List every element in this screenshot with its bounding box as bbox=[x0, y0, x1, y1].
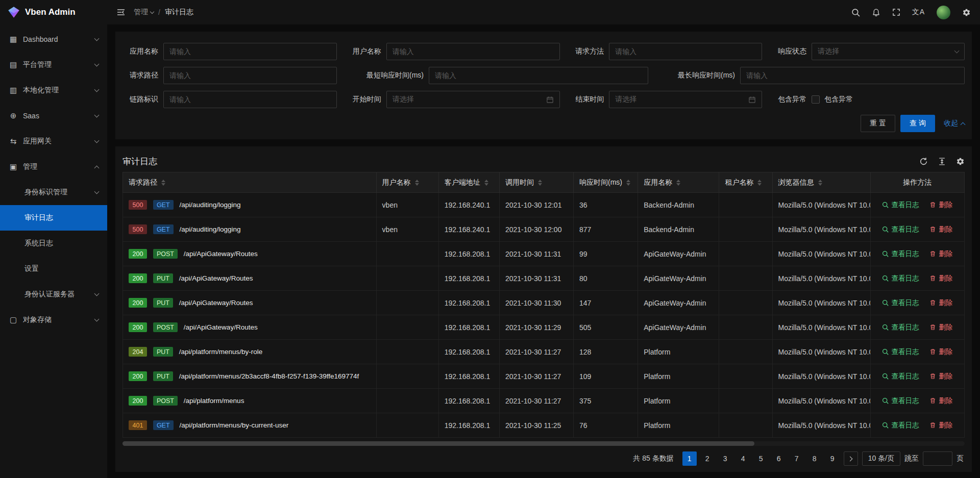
field-label: 请求方法 bbox=[568, 47, 604, 56]
sidebar-item[interactable]: ⊕ Saas bbox=[0, 103, 107, 129]
page-button[interactable]: 5 bbox=[754, 451, 768, 466]
breadcrumb-parent[interactable]: 管理 bbox=[134, 8, 154, 17]
request-path-cell: 200 POST /api/ApiGateway/Routes bbox=[123, 242, 377, 266]
sidebar-item[interactable]: ▢ 对象存储 bbox=[0, 307, 107, 333]
view-log-label: 查看日志 bbox=[891, 298, 919, 308]
view-log-link[interactable]: 查看日志 bbox=[882, 225, 919, 234]
page-button[interactable]: 1 bbox=[682, 451, 697, 466]
max-response-time-input[interactable] bbox=[740, 67, 965, 84]
search-button[interactable]: 查 询 bbox=[900, 115, 935, 132]
view-log-link[interactable]: 查看日志 bbox=[882, 274, 919, 283]
table-row: 500 GET /api/auditing/logging vben 192.1… bbox=[123, 217, 965, 242]
delete-link[interactable]: 删除 bbox=[929, 421, 952, 430]
view-log-link[interactable]: 查看日志 bbox=[882, 347, 919, 357]
column-header-client-address[interactable]: 客户端地址 bbox=[438, 172, 499, 193]
sidebar-fold-icon[interactable] bbox=[116, 8, 126, 17]
sidebar-item[interactable]: 系统日志 bbox=[0, 231, 107, 256]
user-name-cell bbox=[376, 389, 438, 413]
table-settings-icon[interactable] bbox=[956, 157, 965, 166]
audit-log-table: 请求路径 用户名称 客户端地址 调用时间 响应时间(ms) 应用名称 租户名称 … bbox=[122, 172, 965, 438]
page-button[interactable]: 6 bbox=[772, 451, 786, 466]
column-header-response-time[interactable]: 响应时间(ms) bbox=[574, 172, 638, 193]
user-name-cell: vben bbox=[376, 217, 438, 242]
settings-gear-icon[interactable] bbox=[962, 8, 971, 17]
sidebar-item[interactable]: 审计日志 bbox=[0, 205, 107, 231]
delete-link[interactable]: 删除 bbox=[929, 323, 952, 332]
avatar[interactable] bbox=[937, 6, 950, 19]
filter-row-3: 链路标识 开始时间 请选择 结束时间 bbox=[122, 91, 965, 108]
http-status-select[interactable]: 请选择 bbox=[812, 43, 965, 60]
delete-link[interactable]: 删除 bbox=[929, 274, 952, 283]
view-log-link[interactable]: 查看日志 bbox=[882, 421, 919, 430]
app-name-cell: ApiGateWay-Admin bbox=[638, 315, 719, 340]
sidebar-item[interactable]: ⇆ 应用网关 bbox=[0, 129, 107, 154]
page-button[interactable]: 7 bbox=[790, 451, 804, 466]
sidebar-item[interactable]: ▤ 平台管理 bbox=[0, 52, 107, 78]
column-height-icon[interactable] bbox=[938, 157, 946, 166]
table-row: 200 POST /api/platform/menus 192.168.208… bbox=[123, 389, 965, 413]
field-label: 应用名称 bbox=[122, 47, 158, 56]
logo[interactable]: Vben Admin bbox=[0, 0, 107, 24]
sidebar-item[interactable]: ▥ 本地化管理 bbox=[0, 78, 107, 103]
bell-icon[interactable] bbox=[872, 8, 880, 17]
column-header-app-name[interactable]: 应用名称 bbox=[638, 172, 719, 193]
page-button[interactable]: 3 bbox=[718, 451, 732, 466]
page-button[interactable]: 2 bbox=[700, 451, 715, 466]
page-button[interactable]: 8 bbox=[807, 451, 822, 466]
reset-button[interactable]: 重 置 bbox=[861, 115, 895, 132]
delete-link[interactable]: 删除 bbox=[929, 347, 952, 357]
sidebar-item[interactable]: ▦ Dashboard bbox=[0, 27, 107, 52]
column-header-user-name[interactable]: 用户名称 bbox=[376, 172, 438, 193]
browser-info-cell: Mozilla/5.0 (Windows NT 10.0; Win bbox=[772, 315, 870, 340]
sidebar-item[interactable]: 设置 bbox=[0, 256, 107, 282]
view-log-link[interactable]: 查看日志 bbox=[882, 200, 919, 210]
view-log-link[interactable]: 查看日志 bbox=[882, 372, 919, 381]
jump-page-input[interactable] bbox=[923, 451, 952, 466]
view-log-link[interactable]: 查看日志 bbox=[882, 249, 919, 259]
sidebar-item[interactable]: 身份认证服务器 bbox=[0, 282, 107, 307]
breadcrumb-current[interactable]: 审计日志 bbox=[165, 8, 193, 17]
http-method-input[interactable] bbox=[609, 43, 762, 60]
trace-id-input[interactable] bbox=[163, 91, 337, 108]
sidebar-item[interactable]: ▣ 管理 bbox=[0, 154, 107, 180]
method-badge: POST bbox=[153, 322, 178, 332]
view-log-link[interactable]: 查看日志 bbox=[882, 323, 919, 332]
sidebar-item[interactable]: 身份标识管理 bbox=[0, 180, 107, 205]
search-icon[interactable] bbox=[851, 8, 860, 17]
user-name-input[interactable] bbox=[386, 43, 560, 60]
column-header-browser-info[interactable]: 浏览器信息 bbox=[772, 172, 870, 193]
delete-link[interactable]: 删除 bbox=[929, 249, 952, 259]
view-log-link[interactable]: 查看日志 bbox=[882, 298, 919, 308]
page-content: 应用名称 用户名称 请求方法 响应状态 请选择 bbox=[107, 24, 980, 478]
delete-link[interactable]: 删除 bbox=[929, 200, 952, 210]
start-time-picker[interactable]: 请选择 bbox=[386, 91, 560, 108]
view-log-link[interactable]: 查看日志 bbox=[882, 396, 919, 406]
refresh-icon[interactable] bbox=[919, 157, 928, 166]
column-header-request-path[interactable]: 请求路径 bbox=[123, 172, 377, 193]
request-path-input[interactable] bbox=[163, 67, 337, 84]
page-size-select[interactable]: 10 条/页 bbox=[862, 451, 900, 466]
app-name-input[interactable] bbox=[163, 43, 337, 60]
next-page-button[interactable] bbox=[844, 451, 858, 466]
end-time-picker[interactable]: 请选择 bbox=[609, 91, 762, 108]
page-button[interactable]: 4 bbox=[736, 451, 750, 466]
top-header: 管理 / 审计日志 bbox=[107, 0, 980, 24]
delete-link[interactable]: 删除 bbox=[929, 298, 952, 308]
request-path-cell: 401 GET /api/platform/menus/by-current-u… bbox=[123, 413, 377, 438]
delete-link[interactable]: 删除 bbox=[929, 396, 952, 406]
scrollbar-thumb[interactable] bbox=[122, 441, 754, 446]
fullscreen-icon[interactable] bbox=[892, 8, 900, 16]
delete-link[interactable]: 删除 bbox=[929, 225, 952, 234]
sort-icons bbox=[538, 180, 542, 186]
locale-icon[interactable]: 文A bbox=[912, 8, 925, 17]
page-button[interactable]: 9 bbox=[825, 451, 840, 466]
collapse-link[interactable]: 收起 bbox=[944, 119, 965, 128]
column-header-tenant-name[interactable]: 租户名称 bbox=[719, 172, 772, 193]
tenant-name-cell bbox=[719, 364, 772, 389]
browser-info-cell: Mozilla/5.0 (Windows NT 10.0; Win bbox=[772, 242, 870, 266]
column-header-call-time[interactable]: 调用时间 bbox=[499, 172, 573, 193]
delete-link[interactable]: 删除 bbox=[929, 372, 952, 381]
min-response-time-input[interactable] bbox=[429, 67, 648, 84]
has-exception-checkbox[interactable] bbox=[812, 95, 820, 104]
menu-label: 身份标识管理 bbox=[24, 188, 67, 197]
